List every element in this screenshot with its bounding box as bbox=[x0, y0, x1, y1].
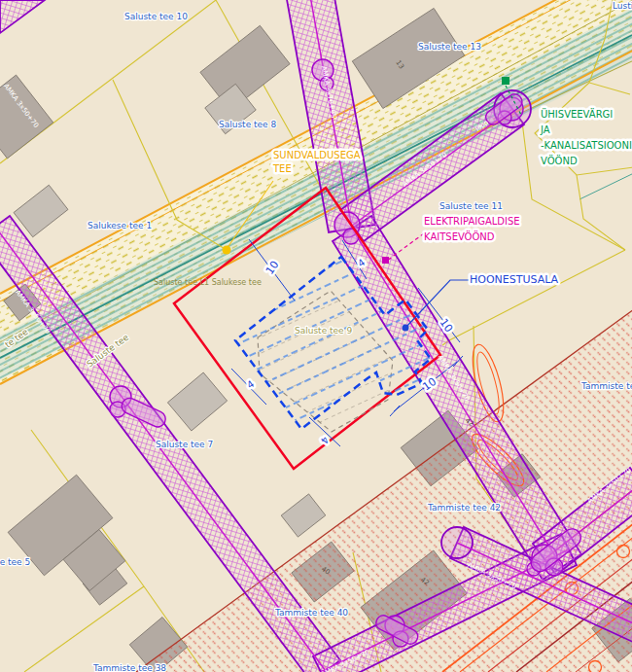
leader-dot-green bbox=[502, 77, 509, 85]
callout-sundvaldusega-2: TEE bbox=[272, 163, 292, 174]
label-salukese-tee-1: Salukese tee 1 bbox=[88, 221, 152, 230]
label-tammiste-tee-42: Tammiste tee 42 bbox=[427, 503, 501, 513]
label-tammiste-tee-44: Tammiste tee 44 bbox=[580, 381, 632, 391]
label-saluste-tee-7: Saluste tee 7 bbox=[156, 440, 213, 449]
callout-uhisveevargi-1: ÜHISVEEVÄRGI bbox=[541, 108, 613, 120]
label-saluste-tee-10: Saluste tee 10 bbox=[124, 12, 188, 21]
label-tammiste-tee-40: Tammiste tee 40 bbox=[274, 608, 348, 618]
label-saluste-tee-9: Saluste tee 9 bbox=[295, 326, 353, 336]
callout-uhisveevargi-4: VÖÖND bbox=[541, 155, 578, 166]
label-saluste-tee-13: Saluste tee 13 bbox=[418, 42, 481, 52]
callout-hoonestusala: HOONESTUSALA bbox=[470, 273, 559, 286]
label-tammiste-tee-38: Tammiste tee 38 bbox=[92, 663, 166, 672]
label-saluste-tee-11: Saluste tee 11 bbox=[439, 201, 503, 211]
callout-elektripaigaldise-2: KAITSEVÖÖND bbox=[424, 230, 495, 242]
label-lusti: Lusti bbox=[613, 1, 632, 11]
callout-uhisveevargi-3: -KANALISATSIOONI bbox=[541, 140, 632, 151]
callout-elektripaigaldise-1: ELEKTRIPAIGALDISE bbox=[424, 216, 520, 227]
map-canvas: LustiSaluste tee 10Saluste tee 13Saluste… bbox=[0, 0, 632, 672]
label-saluste-tee-5: Saluste tee 5 bbox=[0, 557, 30, 567]
label-road-plot: Saluste tee L1 Salukese tee bbox=[154, 278, 262, 287]
callout-uhisveevargi-2: JA bbox=[540, 124, 550, 135]
detail-plan-map: LustiSaluste tee 10Saluste tee 13Saluste… bbox=[0, 0, 632, 672]
callout-sundvaldusega-1: SUNDVALDUSEGA bbox=[273, 150, 361, 160]
leader-dot-yellow bbox=[223, 246, 231, 255]
label-saluste-tee-8: Saluste tee 8 bbox=[219, 120, 277, 129]
leader-dot-magenta bbox=[382, 257, 389, 264]
leader-dot-blue bbox=[403, 325, 409, 332]
